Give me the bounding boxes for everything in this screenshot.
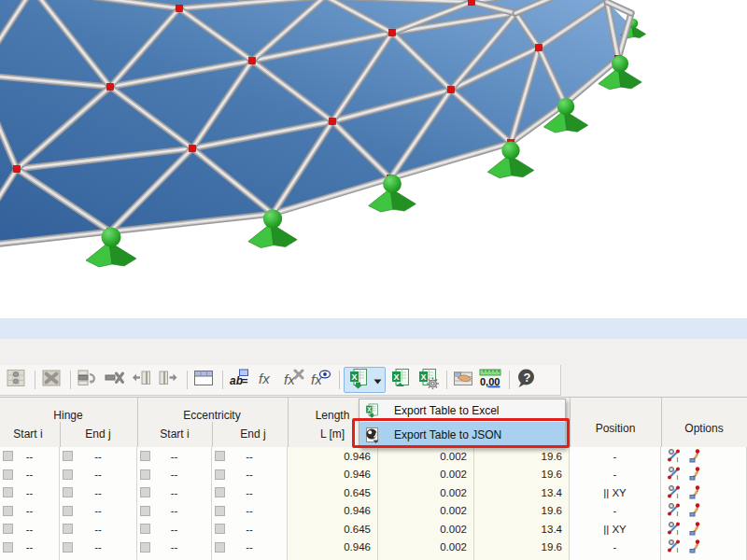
- cell-ecc_end[interactable]: --: [212, 466, 288, 484]
- cell-col6[interactable]: 0.002: [378, 539, 474, 557]
- member-hinge-icon[interactable]: I: [667, 448, 682, 465]
- cell-ecc_start[interactable]: --: [137, 483, 212, 502]
- import-excel-button[interactable]: X: [388, 368, 413, 392]
- cell-hinge_start[interactable]: [0, 556, 60, 560]
- cell-hinge_end[interactable]: --: [60, 520, 137, 539]
- member-rotation-icon[interactable]: [687, 466, 702, 483]
- menu-item-export-json[interactable]: Export Table to JSON: [359, 422, 565, 447]
- select-rows-button[interactable]: [451, 368, 475, 392]
- formula-button[interactable]: fx: [254, 368, 278, 392]
- fe-node[interactable]: [330, 119, 336, 125]
- fe-node[interactable]: [107, 84, 114, 91]
- menu-item-export-excel[interactable]: 24">X Export Table to Excel: [359, 399, 565, 422]
- cell-hinge_start[interactable]: --: [0, 539, 60, 557]
- cell-options[interactable]: I: [661, 466, 747, 484]
- cell-picker-button[interactable]: [215, 451, 225, 461]
- cell-hinge_start[interactable]: --: [0, 520, 60, 539]
- cell-ecc_end[interactable]: --: [212, 502, 288, 521]
- cell-picker-button[interactable]: [3, 469, 13, 480]
- formula-view-button[interactable]: fx: [308, 368, 332, 392]
- table-grid-button[interactable]: [4, 368, 28, 392]
- fe-node[interactable]: [469, 0, 475, 6]
- delete-table-button[interactable]: [39, 368, 63, 392]
- decimal-places-button[interactable]: 0,00: [478, 368, 502, 392]
- table-row[interactable]: --------0.9460.00219.6-I: [0, 447, 747, 467]
- fe-node[interactable]: [176, 6, 183, 12]
- table-row[interactable]: --------0.9460.00219.6-I: [0, 502, 747, 522]
- cell-hinge_start[interactable]: --: [0, 502, 60, 521]
- fe-node[interactable]: [448, 87, 455, 93]
- cell-hinge_end[interactable]: [60, 556, 137, 560]
- cell-col6[interactable]: 0.002: [378, 466, 474, 484]
- cell-length[interactable]: [288, 556, 378, 560]
- export-excel-button[interactable]: X: [344, 367, 386, 393]
- member-rotation-icon[interactable]: [687, 484, 702, 501]
- fe-node[interactable]: [249, 58, 256, 64]
- cell-hinge_end[interactable]: --: [60, 483, 137, 502]
- cell-picker-button[interactable]: [215, 542, 225, 553]
- cell-picker-button[interactable]: [3, 487, 13, 497]
- table-row[interactable]: [0, 556, 747, 560]
- cell-length[interactable]: 0.946: [288, 466, 378, 484]
- cell-ecc_end[interactable]: [212, 556, 288, 560]
- cell-picker-button[interactable]: [63, 524, 73, 534]
- cell-ecc_end[interactable]: --: [212, 447, 288, 466]
- cell-col6[interactable]: 0.002: [378, 502, 474, 521]
- formula-delete-button[interactable]: fx: [281, 368, 305, 392]
- cell-ecc_start[interactable]: [137, 556, 212, 560]
- cell-ecc_end[interactable]: --: [212, 539, 288, 557]
- cell-length[interactable]: 0.946: [288, 447, 378, 466]
- help-button[interactable]: ?: [514, 368, 538, 392]
- cell-picker-button[interactable]: [140, 524, 150, 534]
- cell-hinge_end[interactable]: --: [60, 502, 137, 521]
- cell-options[interactable]: I: [661, 483, 747, 502]
- cell-ecc_start[interactable]: --: [137, 539, 212, 557]
- cell-ecc_start[interactable]: --: [137, 520, 212, 539]
- shift-right-button[interactable]: [156, 368, 180, 392]
- member-hinge-icon[interactable]: I: [667, 484, 682, 501]
- insert-row-button[interactable]: [75, 368, 99, 392]
- cell-picker-button[interactable]: [140, 469, 150, 480]
- cell-length[interactable]: 0.645: [288, 520, 378, 539]
- cell-hinge_end[interactable]: --: [60, 466, 137, 484]
- cell-position[interactable]: -: [570, 502, 661, 521]
- fe-node[interactable]: [14, 166, 21, 173]
- dropdown-arrow-icon[interactable]: [374, 371, 382, 388]
- 3d-viewport[interactable]: [0, 0, 747, 318]
- cell-options[interactable]: [661, 556, 747, 560]
- cell-position[interactable]: || XY: [570, 483, 661, 502]
- member-rotation-icon[interactable]: [687, 539, 702, 555]
- cell-ecc_end[interactable]: --: [212, 483, 288, 502]
- cell-col7[interactable]: 19.6: [474, 466, 570, 484]
- edit-cell-button[interactable]: ab=: [227, 368, 251, 392]
- cell-position[interactable]: -: [570, 539, 661, 557]
- cell-length[interactable]: 0.946: [288, 502, 378, 521]
- table-row[interactable]: --------0.6450.00213.4|| XYI: [0, 520, 747, 539]
- cell-col6[interactable]: [378, 556, 474, 560]
- cell-col6[interactable]: 0.002: [378, 520, 474, 539]
- table-row[interactable]: --------0.9460.00219.6-I: [0, 539, 747, 558]
- shift-left-button[interactable]: [129, 368, 153, 392]
- member-hinge-icon[interactable]: I: [667, 502, 682, 519]
- cell-picker-button[interactable]: [3, 451, 13, 461]
- cell-picker-button[interactable]: [3, 542, 13, 553]
- cell-hinge_start[interactable]: --: [0, 466, 60, 484]
- cell-col6[interactable]: 0.002: [378, 447, 474, 466]
- cell-hinge_end[interactable]: --: [60, 447, 137, 466]
- fe-node[interactable]: [190, 146, 196, 152]
- cell-options[interactable]: I: [661, 447, 747, 466]
- member-hinge-icon[interactable]: I: [667, 521, 682, 538]
- member-hinge-icon[interactable]: I: [667, 539, 682, 555]
- cell-ecc_start[interactable]: --: [137, 502, 212, 521]
- cell-picker-button[interactable]: [63, 542, 73, 553]
- fe-node[interactable]: [536, 45, 543, 51]
- cell-picker-button[interactable]: [140, 451, 150, 461]
- cell-options[interactable]: I: [661, 502, 747, 521]
- cell-position[interactable]: -: [570, 447, 661, 466]
- table-row[interactable]: --------0.6450.00213.4|| XYI: [0, 483, 747, 503]
- cell-picker-button[interactable]: [3, 506, 13, 516]
- cell-hinge_end[interactable]: --: [60, 539, 137, 557]
- cell-picker-button[interactable]: [63, 451, 73, 461]
- cell-col7[interactable]: [474, 556, 570, 560]
- cell-col7[interactable]: 19.6: [474, 539, 570, 557]
